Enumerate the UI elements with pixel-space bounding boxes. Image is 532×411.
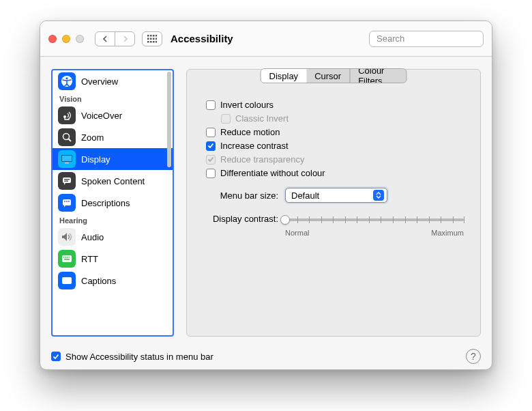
sidebar-item-label: Spoken Content (81, 176, 145, 186)
sidebar-item-label: RTT (81, 254, 98, 264)
svg-rect-25 (64, 181, 68, 182)
menu-bar-size-select[interactable]: Default (285, 188, 387, 203)
checkbox-label: Show Accessibility status in menu bar (65, 352, 213, 362)
search-field[interactable] (369, 31, 484, 47)
svg-rect-2 (153, 35, 155, 37)
svg-rect-22 (65, 162, 69, 164)
svg-rect-6 (153, 38, 155, 40)
sidebar-item-audio[interactable]: Audio (53, 226, 173, 248)
svg-rect-34 (69, 257, 70, 258)
section-header-hearing: Hearing (53, 214, 173, 226)
svg-rect-3 (156, 35, 157, 37)
svg-rect-0 (147, 35, 149, 37)
audio-icon (58, 228, 76, 246)
accessibility-icon (58, 72, 76, 90)
checkbox-label: Classic Invert (235, 113, 289, 124)
svg-rect-33 (67, 257, 68, 258)
captions-icon (58, 272, 76, 289)
invert-colours-checkbox[interactable]: Invert colours (206, 100, 464, 110)
help-button[interactable]: ? (466, 349, 481, 364)
svg-rect-1 (150, 35, 152, 37)
increase-contrast-checkbox[interactable]: Increase contrast (206, 141, 464, 151)
differentiate-colour-checkbox[interactable]: Differentiate without colour (206, 168, 464, 178)
svg-rect-8 (147, 41, 149, 43)
menu-bar-size-row: Menu bar size: Default (203, 188, 464, 203)
menu-bar-size-label: Menu bar size: (203, 190, 278, 201)
svg-rect-21 (62, 156, 72, 161)
svg-line-18 (69, 139, 72, 142)
tab-cursor[interactable]: Cursor (306, 69, 349, 83)
voiceover-icon (58, 107, 76, 124)
tab-bar: Display Cursor Colour Filters (261, 68, 407, 83)
sidebar-item-label: Audio (81, 232, 104, 242)
checkbox-label: Increase contrast (220, 141, 289, 151)
svg-rect-36 (62, 277, 72, 284)
sidebar-item-label: Zoom (81, 132, 104, 143)
forward-button[interactable] (115, 31, 135, 46)
sidebar-item-zoom[interactable]: Zoom (53, 126, 173, 148)
nav-buttons (95, 31, 135, 46)
svg-rect-10 (153, 41, 155, 43)
reduce-transparency-checkbox: Reduce transparency (206, 154, 464, 165)
svg-point-28 (66, 201, 68, 202)
display-contrast-slider[interactable] (285, 212, 464, 227)
svg-rect-24 (64, 179, 70, 180)
show-status-checkbox[interactable]: Show Accessibility status in menu bar (51, 352, 213, 362)
sidebar-item-overview[interactable]: Overview (53, 70, 173, 92)
descriptions-icon (58, 194, 76, 212)
settings-panel: Display Cursor Colour Filters Invert col… (186, 69, 481, 337)
spoken-content-icon (58, 172, 76, 190)
reduce-motion-checkbox[interactable]: Reduce motion (206, 127, 464, 137)
page-title: Accessibility (171, 33, 233, 44)
svg-rect-5 (150, 38, 152, 40)
checkbox-label: Invert colours (220, 100, 274, 110)
back-button[interactable] (95, 31, 115, 46)
zoom-icon (58, 128, 76, 146)
sidebar-item-label: Captions (81, 276, 116, 286)
svg-point-17 (63, 134, 70, 140)
sidebar-item-spoken-content[interactable]: Spoken Content (53, 170, 173, 192)
scrollbar[interactable] (167, 72, 171, 167)
show-all-button[interactable] (142, 31, 162, 46)
svg-rect-35 (64, 259, 70, 260)
svg-point-29 (68, 201, 70, 202)
svg-rect-31 (63, 257, 65, 258)
display-contrast-row: Display contrast: Normal Maximum (203, 212, 464, 237)
minimize-window-button[interactable] (62, 35, 70, 43)
svg-rect-4 (147, 38, 149, 40)
svg-point-15 (65, 77, 68, 79)
search-input[interactable] (376, 33, 491, 44)
sidebar-item-label: Display (81, 154, 110, 165)
accessibility-prefs-window: Accessibility Overview Vision (40, 20, 492, 370)
sidebar-scroll[interactable]: Overview Vision VoiceOver Zoom (53, 70, 173, 335)
sidebar-item-rtt[interactable]: RTT (53, 248, 173, 270)
slider-max-label: Maximum (431, 229, 464, 237)
tab-colour-filters[interactable]: Colour Filters (349, 69, 406, 83)
sidebar-item-label: Descriptions (81, 198, 130, 208)
sidebar-item-voiceover[interactable]: VoiceOver (53, 104, 173, 126)
help-icon: ? (471, 351, 476, 362)
checkbox-label: Reduce transparency (220, 154, 305, 165)
svg-rect-23 (63, 178, 71, 183)
sidebar-item-captions[interactable]: Captions (53, 270, 173, 292)
window-controls (48, 35, 84, 43)
sidebar-item-label: VoiceOver (81, 111, 122, 121)
select-value: Default (291, 190, 319, 201)
rtt-icon (58, 250, 76, 268)
tab-display[interactable]: Display (261, 69, 307, 83)
section-header-vision: Vision (53, 92, 173, 104)
sidebar-item-display[interactable]: Display (53, 148, 173, 170)
svg-point-27 (64, 201, 65, 202)
slider-knob[interactable] (280, 215, 290, 225)
svg-rect-7 (156, 38, 157, 40)
footer: Show Accessibility status in menu bar ? (40, 343, 492, 369)
sidebar: Overview Vision VoiceOver Zoom (51, 69, 174, 337)
checkbox-label: Reduce motion (220, 127, 280, 137)
svg-rect-11 (156, 41, 157, 43)
close-window-button[interactable] (48, 35, 57, 43)
classic-invert-checkbox: Classic Invert (221, 113, 464, 124)
sidebar-item-descriptions[interactable]: Descriptions (53, 192, 173, 214)
zoom-window-button (76, 35, 84, 43)
sidebar-item-label: Overview (81, 76, 118, 87)
svg-point-16 (63, 115, 66, 118)
